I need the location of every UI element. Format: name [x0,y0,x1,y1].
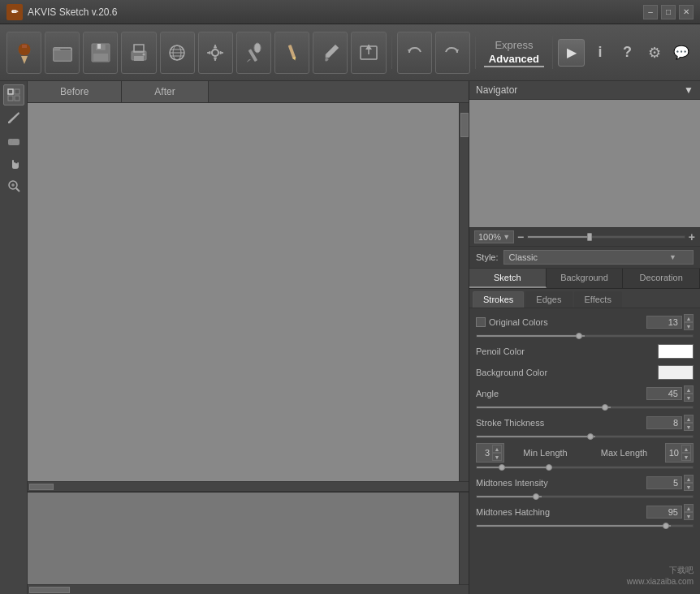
express-mode-btn[interactable]: Express [490,38,538,52]
pencil-color-swatch[interactable] [658,344,694,359]
midtones-intensity-thumb[interactable] [533,493,539,500]
original-colors-thumb[interactable] [576,333,582,339]
tool-erase[interactable] [3,130,24,151]
midtones-hatching-slider[interactable] [476,524,694,527]
svg-point-18 [212,50,218,56]
h-scroll-thumb[interactable] [29,484,54,490]
svg-rect-10 [134,56,144,61]
angle-down[interactable]: ▼ [684,394,694,402]
stroke-thickness-value[interactable]: 8 [646,416,682,429]
stroke-thickness-up[interactable]: ▲ [684,415,694,423]
canvas-content[interactable] [28,103,459,481]
stroke-thickness-slider-row [476,435,694,438]
bottom-h-scroll[interactable] [28,584,469,594]
tab-before[interactable]: Before [28,81,122,102]
navigator-collapse-icon[interactable]: ▼ [684,84,694,96]
max-length-up[interactable]: ▲ [681,445,691,453]
preview-v-scroll[interactable] [459,493,469,584]
zoom-out-btn[interactable]: − [517,230,524,243]
tool-pencil[interactable] [274,32,309,74]
midtones-hatching-value[interactable]: 95 [646,506,682,519]
original-colors-value[interactable]: 13 [646,316,682,329]
original-colors-slider-row [476,334,694,338]
midtones-intensity-up[interactable]: ▲ [684,475,694,483]
svg-rect-6 [97,44,101,49]
tool-settings[interactable] [198,32,233,74]
minmax-thumb-left[interactable] [499,464,505,471]
svg-rect-1 [22,45,27,48]
min-length-down[interactable]: ▼ [492,453,502,461]
subtab-strokes[interactable]: Strokes [473,291,524,308]
tool-web[interactable] [160,32,195,74]
stroke-thickness-spinner: ▲ ▼ [684,415,694,431]
midtones-hatching-down[interactable]: ▼ [684,512,694,520]
close-button[interactable]: ✕ [679,5,694,19]
v-scroll-thumb[interactable] [460,113,469,137]
advanced-mode-btn[interactable]: Advanced [484,52,544,67]
max-length-spinner: ▲ ▼ [681,445,691,461]
angle-slider[interactable] [476,406,694,409]
angle-up[interactable]: ▲ [684,385,694,394]
angle-thumb[interactable] [602,404,608,411]
zoom-in-btn[interactable]: + [689,230,695,243]
tool-zoom[interactable] [3,175,24,196]
max-length-down[interactable]: ▼ [681,453,691,461]
angle-value[interactable]: 45 [646,387,682,400]
navigator-title: Navigator [476,84,517,96]
style-dropdown[interactable]: Classic ▼ [503,250,694,265]
info-button[interactable]: i [588,41,611,65]
midtones-hatching-up[interactable]: ▲ [684,504,694,512]
canvas-tabs: Before After [28,81,469,103]
settings2-button[interactable]: ⚙ [642,41,666,65]
tab-after[interactable]: After [122,81,208,102]
zoom-value[interactable]: 100% ▼ [474,230,514,243]
main-layout: Before After Navigator ▼ [0,81,700,594]
midtones-intensity-value[interactable]: 5 [646,476,682,489]
tool-paint[interactable] [236,32,271,74]
subtab-effects[interactable]: Effects [574,291,622,308]
play-button[interactable]: ▶ [558,39,585,67]
tool-save[interactable] [83,32,118,74]
tab-background[interactable]: Background [547,269,624,288]
minmax-slider-row [476,466,694,469]
stroke-thickness-thumb[interactable] [587,433,594,440]
original-colors-checkbox[interactable] [476,317,486,327]
canvas-scrollbar-h[interactable] [28,481,469,491]
background-color-swatch[interactable] [658,365,694,380]
tool-select[interactable] [3,84,24,105]
minmax-slider[interactable] [476,466,694,469]
midtones-hatching-thumb[interactable] [663,523,669,529]
original-colors-slider[interactable] [476,334,694,338]
midtones-intensity-down[interactable]: ▼ [684,483,694,491]
tool-export[interactable] [351,32,386,74]
tool-undo[interactable] [397,32,432,74]
tool-redo[interactable] [435,32,470,74]
tab-sketch[interactable]: Sketch [469,269,547,288]
help-button[interactable]: ? [616,41,639,65]
zoom-thumb[interactable] [587,233,592,241]
tool-print[interactable] [121,32,156,74]
minimize-button[interactable]: – [643,5,658,19]
original-colors-down[interactable]: ▼ [684,322,694,330]
tool-hand[interactable] [3,153,24,174]
tool-brush[interactable] [313,32,348,74]
zoom-slider[interactable] [527,235,685,239]
tool-pen[interactable] [3,107,24,128]
subtab-edges[interactable]: Edges [525,291,572,308]
maximize-button[interactable]: □ [661,5,676,19]
midtones-intensity-slider[interactable] [476,495,694,498]
svg-rect-3 [54,50,71,61]
bottom-h-thumb[interactable] [29,587,70,593]
stroke-thickness-slider[interactable] [476,435,694,438]
zoom-fill [528,236,590,238]
stroke-thickness-down[interactable]: ▼ [684,423,694,431]
canvas-scrollbar-v[interactable] [459,103,469,481]
original-colors-up[interactable]: ▲ [684,314,694,322]
tool-sketch[interactable] [6,32,41,74]
tab-decoration[interactable]: Decoration [623,269,700,288]
chat-button[interactable]: 💬 [670,41,694,65]
tool-open[interactable] [45,32,80,74]
min-length-up[interactable]: ▲ [492,445,502,453]
background-color-label: Background Color [476,368,658,377]
minmax-thumb-right[interactable] [546,464,552,471]
